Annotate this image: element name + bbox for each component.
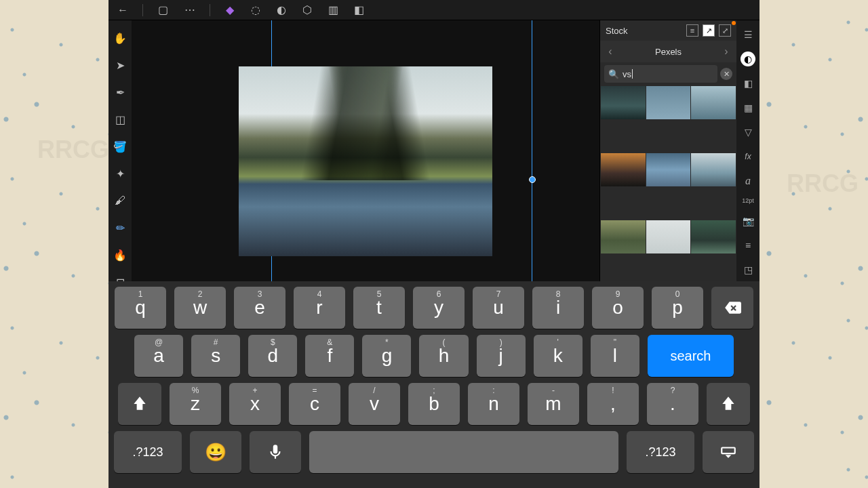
key-y[interactable]: 6y <box>413 287 465 329</box>
key-r[interactable]: 4r <box>294 287 345 329</box>
persona-photo-icon[interactable]: ◆ <box>222 3 237 18</box>
stock-thumb[interactable] <box>691 153 736 186</box>
mic-key[interactable] <box>250 431 301 473</box>
stock-thumb[interactable] <box>646 153 691 186</box>
key-.[interactable]: ?. <box>647 383 698 425</box>
key-v[interactable]: /v <box>349 383 400 425</box>
key-x[interactable]: +x <box>229 383 281 425</box>
stock-thumb[interactable] <box>691 86 736 119</box>
key-o[interactable]: 9o <box>592 287 644 329</box>
text-size-label: 12pt <box>742 198 754 204</box>
key-z[interactable]: %z <box>170 383 221 425</box>
color-icon[interactable]: ◧ <box>741 76 755 91</box>
camera-icon[interactable]: 📷 <box>741 214 755 228</box>
pen-tool-icon[interactable]: ✒ <box>112 84 128 100</box>
more-icon[interactable]: ⋯ <box>182 3 197 18</box>
key-c[interactable]: =c <box>289 383 340 425</box>
backspace-key[interactable] <box>711 287 753 329</box>
fn-key[interactable]: .?123 <box>114 431 182 473</box>
key-d[interactable]: $d <box>248 335 297 377</box>
fill-tool-icon[interactable]: 🪣 <box>112 138 128 155</box>
canvas-image[interactable] <box>239 66 492 256</box>
stock-thumb[interactable] <box>601 86 646 119</box>
key-l[interactable]: "l <box>591 335 639 377</box>
key-s[interactable]: #s <box>191 335 240 377</box>
key-t[interactable]: 5t <box>353 287 405 329</box>
key-g[interactable]: *g <box>362 335 411 377</box>
provider-row: ‹ Pexels › <box>600 41 736 62</box>
shift-icon <box>719 395 737 413</box>
crop-tool-icon[interactable]: ◫ <box>112 111 128 127</box>
move-tool-icon[interactable]: ➤ <box>112 57 128 73</box>
stock-header: Stock ≡ ↗ ⤢ <box>600 20 736 41</box>
stock-thumb[interactable] <box>646 86 691 119</box>
space-key[interactable] <box>309 431 618 473</box>
fx-icon[interactable]: fx <box>741 149 755 164</box>
persona-develop-icon[interactable]: ◌ <box>248 3 263 18</box>
persona-tonemap-icon[interactable]: ⬡ <box>300 3 315 18</box>
notification-dot-icon <box>732 21 736 25</box>
handle-right[interactable] <box>529 176 536 183</box>
key-i[interactable]: 8i <box>532 287 584 329</box>
search-key[interactable]: search <box>648 335 734 377</box>
layers-icon[interactable]: ☰ <box>741 27 755 42</box>
search-input[interactable]: 🔍 vs <box>604 65 717 83</box>
mic-icon <box>267 443 284 461</box>
key-q[interactable]: 1q <box>115 287 166 329</box>
document-icon[interactable]: ▢ <box>155 3 170 18</box>
key-u[interactable]: 7u <box>473 287 524 329</box>
key-j[interactable]: )j <box>477 335 526 377</box>
hand-tool-icon[interactable]: ✋ <box>112 30 128 46</box>
text-cursor <box>632 69 633 79</box>
heal-tool-icon[interactable]: ✦ <box>112 165 128 182</box>
key-f[interactable]: &f <box>305 335 354 377</box>
crop-guides-icon[interactable]: ◳ <box>741 262 755 277</box>
key-n[interactable]: :n <box>468 383 519 425</box>
pin-icon[interactable]: ↗ <box>703 24 715 37</box>
adjustments-icon[interactable]: ◐ <box>741 52 755 66</box>
list-view-icon[interactable]: ≡ <box>686 24 698 37</box>
stock-thumb[interactable] <box>646 220 691 253</box>
emoji-key[interactable]: 😀 <box>190 431 241 473</box>
search-row: 🔍 vs ✕ <box>600 62 736 85</box>
shift-icon <box>131 395 149 413</box>
stock-title: Stock <box>606 26 628 36</box>
key-m[interactable]: -m <box>528 383 579 425</box>
text-icon[interactable]: a <box>741 174 755 188</box>
clear-search-icon[interactable]: ✕ <box>720 68 732 80</box>
persona-channels-icon[interactable]: ▥ <box>326 3 340 18</box>
smudge-tool-icon[interactable]: ✏ <box>112 220 128 236</box>
search-value: vs <box>623 69 631 79</box>
provider-next-icon[interactable]: › <box>720 45 732 58</box>
key-h[interactable]: (h <box>419 335 468 377</box>
onscreen-keyboard: 1q2w3e4r5t6y7u8i9o0p @a#s$d&f*g(h)j'k"ls… <box>108 281 760 488</box>
stock-thumb[interactable] <box>601 220 646 253</box>
eraser-tool-icon[interactable]: 🔥 <box>112 247 128 263</box>
hide-keyboard-key[interactable] <box>703 431 754 473</box>
brush-tool-icon[interactable]: 🖌 <box>112 192 128 209</box>
expand-icon[interactable]: ⤢ <box>719 24 731 37</box>
key-a[interactable]: @a <box>134 335 183 377</box>
key-e[interactable]: 3e <box>234 287 285 329</box>
stock-thumb[interactable] <box>691 220 736 253</box>
filter-icon[interactable]: ▽ <box>741 125 755 140</box>
top-toolbar: ← ▢ ⋯ ◆ ◌ ◐ ⬡ ▥ ◧ <box>108 0 760 20</box>
key-p[interactable]: 0p <box>652 287 703 329</box>
search-icon: 🔍 <box>608 69 619 79</box>
stock-thumb[interactable] <box>601 153 646 186</box>
shift-key-left[interactable] <box>118 383 161 425</box>
back-icon[interactable]: ← <box>115 3 130 18</box>
fn-key-right[interactable]: .?123 <box>627 431 694 473</box>
provider-name[interactable]: Pexels <box>655 47 682 57</box>
key-w[interactable]: 2w <box>174 287 226 329</box>
provider-prev-icon[interactable]: ‹ <box>604 45 616 58</box>
persona-export-icon[interactable]: ◧ <box>351 3 366 18</box>
key-,[interactable]: !, <box>587 383 639 425</box>
key-k[interactable]: 'k <box>534 335 583 377</box>
hide-keyboard-icon <box>719 443 737 461</box>
shift-key-right[interactable] <box>707 383 750 425</box>
key-b[interactable]: ;b <box>408 383 460 425</box>
channels-icon[interactable]: ▦ <box>741 100 755 115</box>
sliders-icon[interactable]: ≡ <box>741 238 755 253</box>
persona-liquify-icon[interactable]: ◐ <box>274 3 289 18</box>
